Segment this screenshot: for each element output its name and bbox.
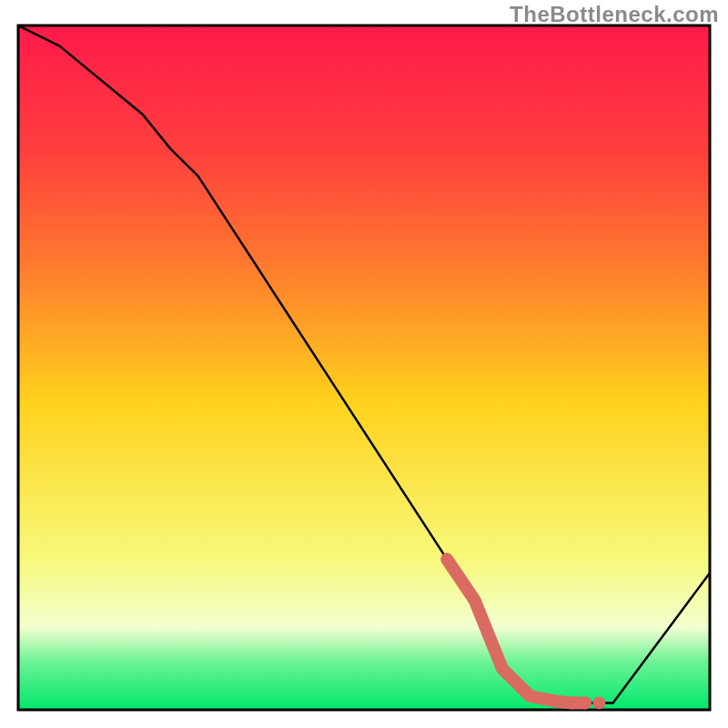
highlight-dot: [592, 697, 605, 710]
highlight-dot: [565, 697, 578, 710]
watermark-label: TheBottleneck.com: [510, 2, 719, 27]
chart-container: TheBottleneck.com: [0, 0, 728, 728]
highlight-dot: [551, 695, 564, 708]
plot-background: [18, 25, 710, 710]
bottleneck-chart: [0, 0, 728, 728]
highlight-dot: [579, 697, 592, 710]
highlight-dot: [523, 690, 536, 703]
